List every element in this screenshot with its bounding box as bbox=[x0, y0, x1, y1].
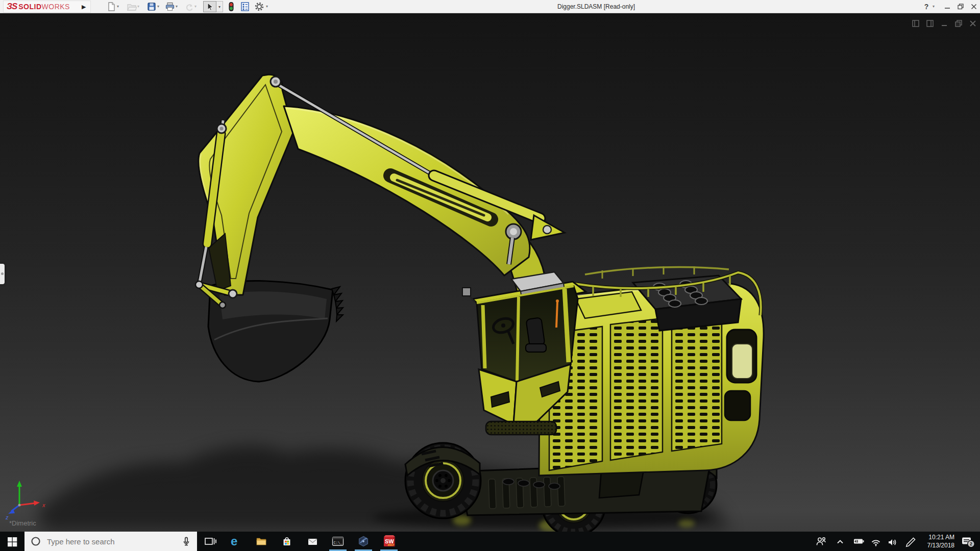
file-properties-button[interactable] bbox=[240, 2, 250, 12]
panel-tab-dot bbox=[1, 272, 4, 275]
wifi-icon[interactable] bbox=[868, 532, 884, 551]
mirror bbox=[462, 288, 471, 296]
minimize-doc-icon[interactable] bbox=[940, 19, 948, 28]
side-grille-3 bbox=[672, 311, 722, 451]
new-document-button[interactable] bbox=[106, 2, 116, 12]
x-axis-label: x bbox=[42, 502, 45, 508]
windows-taskbar: e C:\_ SW2017 bbox=[0, 532, 980, 551]
bucket-teeth bbox=[332, 287, 343, 321]
svg-text:2: 2 bbox=[970, 541, 972, 546]
windows-ink-pen-icon[interactable] bbox=[901, 532, 918, 551]
display-pane-icon[interactable] bbox=[926, 19, 934, 28]
minimize-button[interactable] bbox=[942, 0, 953, 13]
select-tool-caret[interactable]: ▾ bbox=[216, 1, 223, 12]
tray-date: 7/13/2018 bbox=[917, 541, 954, 549]
close-doc-icon[interactable] bbox=[969, 19, 977, 28]
save-button[interactable] bbox=[146, 2, 157, 12]
close-button[interactable] bbox=[968, 0, 979, 13]
open-caret: ▾ bbox=[137, 0, 139, 13]
tray-clock[interactable]: 10:21 AM 7/13/2018 bbox=[917, 533, 954, 549]
restore-doc-icon[interactable] bbox=[954, 19, 963, 28]
model-scene[interactable] bbox=[0, 13, 980, 532]
x-axis-arrow bbox=[34, 500, 40, 506]
edge-icon[interactable]: e bbox=[226, 532, 246, 551]
tray-chevron-up-icon[interactable] bbox=[832, 532, 848, 551]
options-button[interactable] bbox=[254, 2, 264, 12]
microphone-icon[interactable] bbox=[180, 535, 192, 547]
open-button bbox=[127, 2, 137, 12]
volume-icon[interactable] bbox=[884, 532, 900, 551]
view-orientation-label: *Dimetric bbox=[9, 519, 36, 527]
people-icon[interactable] bbox=[813, 532, 829, 551]
svg-text:2017: 2017 bbox=[388, 543, 395, 546]
solidworks-logo[interactable]: ЗS SOLID WORKS bbox=[3, 1, 91, 13]
svg-text:e: e bbox=[231, 535, 237, 548]
start-button[interactable] bbox=[2, 532, 22, 551]
svg-text:C:\_: C:\_ bbox=[334, 541, 343, 545]
command-prompt-icon[interactable]: C:\_ bbox=[328, 532, 348, 551]
search-input[interactable] bbox=[46, 537, 168, 546]
titlebar: ЗS SOLID WORKS ▶ ▾ ▾ ▾ ▾ ▾ ▾ bbox=[0, 0, 980, 13]
z-axis-label: z bbox=[5, 514, 9, 520]
help-caret[interactable]: ▾ bbox=[933, 0, 935, 13]
3d-viewer-app-icon[interactable] bbox=[353, 532, 374, 551]
solidworks-logo-text: SOLID bbox=[18, 3, 41, 11]
taskbar-search[interactable] bbox=[24, 532, 197, 551]
orange-antenna bbox=[556, 302, 557, 328]
help-button[interactable]: ? bbox=[922, 0, 931, 13]
new-document-caret[interactable]: ▾ bbox=[117, 0, 119, 13]
restore-button[interactable] bbox=[955, 0, 966, 13]
y-axis-arrow bbox=[17, 481, 22, 487]
menu-flyout-arrow[interactable]: ▶ bbox=[82, 0, 86, 13]
file-explorer-icon[interactable] bbox=[251, 532, 272, 551]
print-caret[interactable]: ▾ bbox=[176, 0, 178, 13]
save-caret[interactable]: ▾ bbox=[157, 0, 159, 13]
graphics-area[interactable]: x z *Dimetric bbox=[0, 13, 980, 532]
mail-icon[interactable] bbox=[302, 532, 323, 551]
seat bbox=[526, 317, 545, 347]
front-step-mesh bbox=[486, 421, 556, 435]
cortana-icon bbox=[31, 536, 41, 546]
options-caret[interactable]: ▾ bbox=[266, 0, 268, 13]
print-button[interactable] bbox=[165, 2, 175, 12]
collapsed-panel-tab[interactable] bbox=[0, 264, 5, 284]
battery-charging-icon[interactable] bbox=[850, 532, 867, 551]
orientation-triad[interactable]: x z bbox=[4, 474, 53, 523]
action-center-button[interactable]: 2 bbox=[958, 532, 978, 551]
undo-button bbox=[184, 2, 194, 12]
tray-time: 10:21 AM bbox=[917, 533, 954, 541]
document-title: Digger.SLDASM [Read-only] bbox=[557, 0, 635, 13]
undo-caret: ▾ bbox=[194, 0, 197, 13]
rebuild-button[interactable] bbox=[226, 2, 236, 12]
microsoft-store-icon[interactable] bbox=[277, 532, 297, 551]
solidworks-taskbar-icon[interactable]: SW2017 bbox=[379, 532, 399, 551]
document-window-controls bbox=[912, 19, 977, 28]
solidworks-fullscreen: ЗS SOLID WORKS ▶ ▾ ▾ ▾ ▾ ▾ ▾ bbox=[0, 0, 980, 551]
task-view-button[interactable] bbox=[200, 532, 220, 551]
boom-beam[interactable] bbox=[284, 106, 530, 276]
solidworks-logo-text-2: WORKS bbox=[42, 3, 70, 11]
select-tool-button[interactable] bbox=[203, 1, 216, 12]
feature-pane-icon[interactable] bbox=[912, 19, 920, 28]
solidworks-logo-mark: ЗS bbox=[7, 2, 17, 12]
side-grille-2 bbox=[610, 318, 663, 460]
